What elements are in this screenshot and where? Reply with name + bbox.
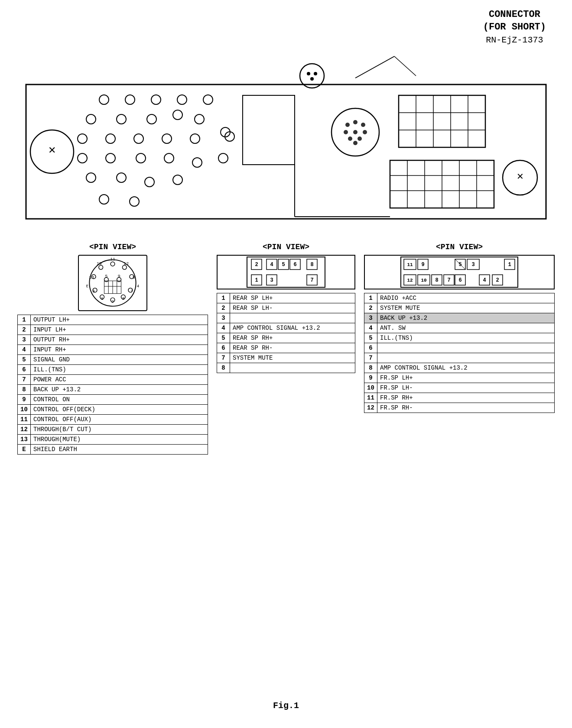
pin-number: 4 [18,345,31,355]
pin-number: 3 [18,335,31,345]
pin-number: 1 [364,293,377,303]
pin-number: 11 [364,393,377,403]
svg-point-17 [117,114,126,124]
table-row: 7 [364,353,555,363]
header-subtitle1: (FOR SHORT) [483,21,546,34]
fig-label: Fig.1 [273,701,299,711]
right-connector-diagram: 11 9 5 3 1 12 10 8 [364,255,555,289]
header-block: CONNECTOR (FOR SHORT) RN-EjZ-1373 [483,9,546,45]
svg-point-47 [363,130,367,134]
pin-label: POWER ACC [31,375,208,385]
pin-label [377,353,555,363]
svg-point-3 [307,72,310,75]
svg-rect-51 [399,95,485,147]
svg-text:4: 4 [483,277,486,283]
table-row: ESHIELD EARTH [18,445,208,455]
svg-point-13 [151,95,161,104]
svg-text:7: 7 [310,277,313,283]
pin-number: 6 [364,343,377,353]
svg-text:11: 11 [407,262,413,267]
pin-label [230,363,355,373]
table-row: 5REAR SP RH+ [217,333,355,343]
svg-text:4: 4 [270,262,273,268]
pin-view-left-title: <PIN VIEW> [17,243,208,251]
svg-text:✕: ✕ [517,172,524,181]
table-row: 2SYSTEM MUTE [364,303,555,313]
svg-text:10: 10 [421,278,426,283]
svg-point-16 [86,114,96,124]
pin-number: 6 [217,343,230,353]
svg-point-24 [162,134,172,143]
svg-point-48 [348,136,352,141]
pin-number: 8 [18,385,31,395]
table-row: 13THROUGH(MUTE) [18,435,208,445]
svg-point-18 [147,114,156,124]
pin-number: 3 [217,313,230,323]
table-row: 4ANT. SW [364,323,555,333]
svg-point-33 [86,173,96,182]
pin-number: 1 [217,293,230,303]
pin-label: FR.SP LH- [377,383,555,393]
pin-number: 13 [18,435,31,445]
svg-text:1: 1 [255,277,258,283]
svg-point-19 [173,110,182,120]
header-title: CONNECTOR [483,9,546,21]
pin-number: 6 [18,365,31,375]
pin-number: 3 [364,313,377,323]
pin-label: CONTROL ON [31,395,208,405]
pin-number: 4 [364,323,377,333]
table-row: 5ILL.(TNS) [364,333,555,343]
svg-point-27 [78,153,87,163]
pin-number: 8 [217,363,230,373]
svg-point-49 [358,136,362,141]
svg-point-28 [106,153,115,163]
svg-point-20 [195,114,204,124]
svg-point-5 [310,77,314,81]
pin-number: 5 [364,333,377,343]
svg-text:8: 8 [435,277,438,283]
table-row: 2INPUT LH+ [18,325,208,335]
table-row: 10FR.SP LH- [364,383,555,393]
pin-label: FR.SP LH+ [377,373,555,383]
device-diagram: ✕ ✕ [17,52,555,234]
pin-view-right-block: <PIN VIEW> 11 9 5 3 1 [364,243,555,413]
svg-text:E: E [86,284,88,289]
svg-point-14 [177,95,187,104]
svg-point-29 [136,153,146,163]
svg-point-21 [78,134,87,143]
svg-text:12: 12 [407,278,413,283]
svg-point-30 [164,153,174,163]
svg-point-38 [130,197,139,206]
pin-label [230,313,355,323]
svg-text:3: 3 [471,262,474,268]
left-connector-diagram: 11 12 10 8 13 5 9 [78,255,147,311]
pin-number: 12 [18,425,31,435]
pin-number: 10 [364,383,377,393]
table-row: 3BACK UP +13.2 [364,313,555,323]
svg-point-15 [203,95,213,104]
svg-line-0 [355,56,394,78]
svg-point-11 [99,95,109,104]
pin-view-right-title: <PIN VIEW> [364,243,555,251]
pin-label: SYSTEM MUTE [230,353,355,363]
pin-number: 2 [217,303,230,313]
table-row: 8 [217,363,355,373]
table-row: 9FR.SP LH+ [364,373,555,383]
table-row: 2REAR SP LH- [217,303,355,313]
svg-point-37 [99,195,109,204]
table-row: 4AMP CONTROL SIGNAL +13.2 [217,323,355,333]
svg-text:6: 6 [458,277,462,283]
pin-number: 1 [18,315,31,325]
svg-point-22 [106,134,115,143]
svg-line-1 [394,56,416,76]
table-row: 12FR.SP RH- [364,403,555,413]
pin-label: INPUT RH+ [31,345,208,355]
pin-number: 11 [18,415,31,425]
pin-label: BACK UP +13.2 [377,313,555,323]
pin-label: REAR SP LH+ [230,293,355,303]
pin-views-section: <PIN VIEW> 11 12 10 8 13 5 [17,243,555,455]
svg-text:5: 5 [458,262,462,268]
table-row: 8BACK UP +13.2 [18,385,208,395]
pin-number: 4 [217,323,230,333]
svg-text:2: 2 [255,262,258,268]
